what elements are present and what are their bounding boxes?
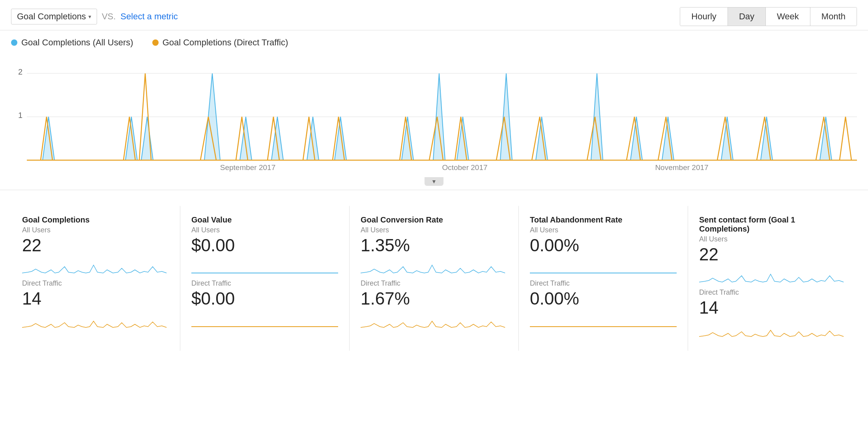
metric-card-title-5: Sent contact form (Goal 1 Completions)	[699, 215, 846, 234]
metric-card-title-4: Total Abandonment Rate	[530, 215, 677, 224]
blue-spike-1	[43, 117, 54, 160]
segment2-label-1: Direct Traffic	[22, 279, 169, 288]
segment1-label-4: All Users	[530, 226, 677, 234]
blue-spike-8	[335, 117, 346, 160]
blue-spike-17	[721, 117, 733, 160]
time-btn-day[interactable]: Day	[728, 7, 765, 26]
segment1-label-3: All Users	[361, 226, 507, 234]
blue-spike-2	[125, 117, 137, 160]
time-buttons: Hourly Day Week Month	[680, 7, 857, 26]
sparkline-1-1	[22, 258, 169, 275]
main-chart: 2 1 September 2017 October 2017 November…	[11, 52, 857, 174]
sparkline-path-1-1	[22, 265, 166, 273]
metric-value-1-5: 22	[699, 245, 846, 264]
segment2-label-2: Direct Traffic	[191, 279, 338, 288]
metric-value-2-4: 0.00%	[530, 289, 677, 308]
chart-area: 2 1 September 2017 October 2017 November…	[0, 52, 868, 186]
legend: Goal Completions (All Users) Goal Comple…	[0, 30, 868, 52]
sparkline-2-3	[361, 312, 507, 329]
blue-spike-7	[307, 117, 319, 160]
sparkline-path-2-1	[22, 321, 166, 327]
legend-item-all-users: Goal Completions (All Users)	[11, 37, 133, 48]
select-metric-link[interactable]: Select a metric	[120, 11, 178, 22]
blue-spike-3	[141, 117, 153, 160]
y-label-2: 2	[18, 67, 22, 76]
chart-collapse-area: ▼	[11, 177, 857, 186]
metric-card-conversion-rate: Goal Conversion Rate All Users 1.35% Dir…	[350, 206, 519, 351]
sparkline-2-1	[22, 312, 169, 329]
x-label-sep: September 2017	[220, 163, 276, 172]
y-label-1: 1	[18, 111, 22, 120]
legend-label-direct-traffic: Goal Completions (Direct Traffic)	[163, 37, 288, 48]
metric-value-1-2: $0.00	[191, 236, 338, 255]
sparkline-1-4	[530, 258, 677, 275]
blue-spike-18	[761, 117, 773, 160]
sparkline-path-2-5	[699, 330, 844, 337]
sparkline-1-3	[361, 258, 507, 275]
x-label-nov: November 2017	[655, 163, 708, 172]
metric-card-goal-completions: Goal Completions All Users 22 Direct Tra…	[11, 206, 180, 351]
vs-label: VS.	[102, 11, 116, 22]
time-btn-month[interactable]: Month	[810, 7, 857, 26]
segment2-label-3: Direct Traffic	[361, 279, 507, 288]
metric-dropdown[interactable]: Goal Completions ▾	[11, 9, 97, 24]
blue-spike-16	[662, 117, 674, 160]
chevron-down-icon: ▾	[88, 13, 91, 20]
sparkline-path-1-5	[699, 274, 844, 282]
segment2-label-4: Direct Traffic	[530, 279, 677, 288]
metric-card-contact-form: Sent contact form (Goal 1 Completions) A…	[688, 206, 857, 351]
metric-card-abandonment-rate: Total Abandonment Rate All Users 0.00% D…	[519, 206, 688, 351]
metric-card-goal-value: Goal Value All Users $0.00 Direct Traffi…	[180, 206, 350, 351]
metric-card-title-3: Goal Conversion Rate	[361, 215, 507, 224]
metric-value-1-1: 22	[22, 236, 169, 255]
metric-value-2-1: 14	[22, 289, 169, 308]
blue-spike-9	[402, 117, 413, 160]
blue-spike-5	[240, 117, 252, 160]
legend-item-direct-traffic: Goal Completions (Direct Traffic)	[152, 37, 288, 48]
segment1-label-1: All Users	[22, 226, 169, 234]
collapse-arrow-icon: ▼	[431, 178, 437, 185]
chart-collapse-btn[interactable]: ▼	[425, 177, 443, 186]
blue-spike-6	[271, 117, 283, 160]
metrics-section: Goal Completions All Users 22 Direct Tra…	[0, 190, 868, 351]
metric-value-1-4: 0.00%	[530, 236, 677, 255]
metric-card-title-2: Goal Value	[191, 215, 338, 224]
time-btn-hourly[interactable]: Hourly	[680, 7, 728, 26]
segment1-label-5: All Users	[699, 235, 846, 243]
segment2-label-5: Direct Traffic	[699, 288, 846, 297]
segment1-label-2: All Users	[191, 226, 338, 234]
metric-card-title-1: Goal Completions	[22, 215, 169, 224]
metric-value-2-2: $0.00	[191, 289, 338, 308]
sparkline-path-1-3	[361, 265, 505, 273]
metric-dropdown-label: Goal Completions	[17, 11, 86, 22]
metric-value-1-3: 1.35%	[361, 236, 507, 255]
blue-spike-13	[536, 117, 548, 160]
sparkline-2-4	[530, 312, 677, 329]
sparkline-path-2-3	[361, 321, 505, 327]
x-label-oct: October 2017	[442, 163, 487, 172]
time-btn-week[interactable]: Week	[765, 7, 810, 26]
blue-spike-19	[820, 117, 832, 160]
orange-spike-20	[840, 117, 851, 160]
metric-value-2-5: 14	[699, 298, 846, 317]
metric-value-2-3: 1.67%	[361, 289, 507, 308]
sparkline-2-2	[191, 312, 338, 329]
sparkline-1-2	[191, 258, 338, 275]
legend-dot-orange	[152, 39, 159, 46]
blue-spike-11	[457, 117, 469, 160]
sparkline-1-5	[699, 267, 846, 284]
toolbar-left: Goal Completions ▾ VS. Select a metric	[11, 9, 178, 24]
toolbar: Goal Completions ▾ VS. Select a metric H…	[0, 0, 868, 30]
legend-label-all-users: Goal Completions (All Users)	[21, 37, 133, 48]
sparkline-2-5	[699, 321, 846, 338]
legend-dot-blue	[11, 39, 17, 46]
blue-spike-15	[630, 117, 642, 160]
